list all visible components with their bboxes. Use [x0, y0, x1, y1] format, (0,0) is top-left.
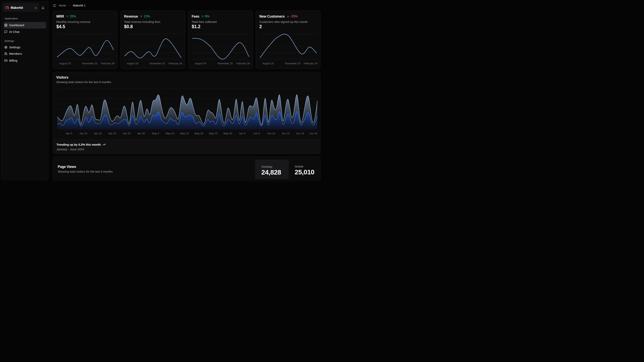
svg-text:Jun 14: Jun 14 — [267, 132, 275, 135]
svg-text:May 5: May 5 — [152, 132, 159, 135]
svg-text:Apr 25: Apr 25 — [123, 132, 130, 135]
svg-text:Jun 19: Jun 19 — [282, 132, 290, 135]
svg-text:Apr 10: Apr 10 — [80, 132, 87, 135]
svg-text:Jun 9: Jun 9 — [254, 132, 260, 135]
svg-text:May 25: May 25 — [209, 132, 218, 135]
svg-text:Jun 24: Jun 24 — [296, 132, 304, 135]
svg-text:Apr 15: Apr 15 — [94, 132, 102, 135]
svg-text:Apr 5: Apr 5 — [66, 132, 72, 135]
svg-text:Apr 20: Apr 20 — [108, 132, 116, 135]
svg-text:Apr 30: Apr 30 — [137, 132, 145, 135]
svg-text:Jun 30: Jun 30 — [309, 132, 317, 135]
svg-text:May 15: May 15 — [180, 132, 189, 135]
svg-text:Jun 4: Jun 4 — [239, 132, 246, 135]
svg-text:May 30: May 30 — [224, 132, 232, 135]
svg-text:May 10: May 10 — [166, 132, 174, 135]
svg-text:May 20: May 20 — [194, 132, 203, 135]
